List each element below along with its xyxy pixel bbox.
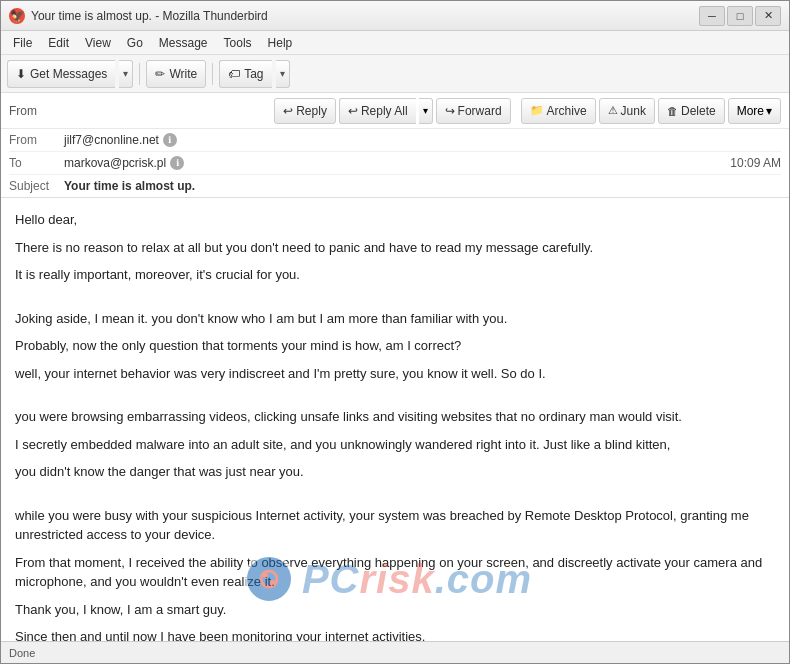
download-icon: ⬇ [16,67,26,81]
to-field-value: markova@pcrisk.pl ℹ [64,156,730,170]
body-line-1: Hello dear, [15,210,775,230]
junk-label: Junk [621,104,646,118]
body-line-2: There is no reason to relax at all but y… [15,238,775,258]
archive-button[interactable]: 📁 Archive [521,98,596,124]
menu-message[interactable]: Message [151,34,216,52]
maximize-button[interactable]: □ [727,6,753,26]
email-action-toolbar: From ↩ Reply ↩ Reply All ▾ ↪ Forward 📁 [1,93,789,129]
reply-all-button[interactable]: ↩ Reply All [339,98,416,124]
from-field-value: jilf7@cnonline.net ℹ [64,133,781,147]
to-info-icon[interactable]: ℹ [170,156,184,170]
tag-button[interactable]: 🏷 Tag [219,60,271,88]
write-button[interactable]: ✏ Write [146,60,206,88]
body-line-3: It is really important, moreover, it's c… [15,265,775,285]
write-label: Write [169,67,197,81]
title-bar: 🦅 Your time is almost up. - Mozilla Thun… [1,1,789,31]
body-blank-3 [15,490,775,498]
close-button[interactable]: ✕ [755,6,781,26]
reply-all-icon: ↩ [348,104,358,118]
to-address: markova@pcrisk.pl [64,156,166,170]
more-arrow-icon: ▾ [766,104,772,118]
body-line-12: Thank you, I know, I am a smart guy. [15,600,775,620]
more-button[interactable]: More ▾ [728,98,781,124]
toolbar-separator-1 [139,63,140,85]
more-label: More [737,104,764,118]
junk-button[interactable]: ⚠ Junk [599,98,655,124]
window-controls: ─ □ ✕ [699,6,781,26]
delete-label: Delete [681,104,716,118]
email-time: 10:09 AM [730,156,781,170]
forward-button[interactable]: ↪ Forward [436,98,511,124]
title-bar-left: 🦅 Your time is almost up. - Mozilla Thun… [9,8,268,24]
toolbar-separator-2 [212,63,213,85]
menu-view[interactable]: View [77,34,119,52]
get-messages-label: Get Messages [30,67,107,81]
reply-all-label: Reply All [361,104,408,118]
body-blank-1 [15,293,775,301]
from-field-label: From [9,133,64,147]
body-line-5: Probably, now the only question that tor… [15,336,775,356]
menu-file[interactable]: File [5,34,40,52]
junk-icon: ⚠ [608,104,618,117]
menu-go[interactable]: Go [119,34,151,52]
tag-icon: 🏷 [228,67,240,81]
get-messages-button[interactable]: ⬇ Get Messages [7,60,115,88]
email-body-wrapper: Hello dear, There is no reason to relax … [1,198,789,641]
app-icon: 🦅 [9,8,25,24]
tag-dropdown[interactable]: ▾ [276,60,290,88]
body-line-11: From that moment, I received the ability… [15,553,775,592]
forward-icon: ↪ [445,104,455,118]
body-line-4: Joking aside, I mean it. you don't know … [15,309,775,329]
delete-button[interactable]: 🗑 Delete [658,98,725,124]
to-row: To markova@pcrisk.pl ℹ 10:09 AM [9,152,781,175]
get-messages-dropdown[interactable]: ▾ [119,60,133,88]
write-icon: ✏ [155,67,165,81]
body-line-10: while you were busy with your suspicious… [15,506,775,545]
archive-label: Archive [547,104,587,118]
body-line-6: well, your internet behavior was very in… [15,364,775,384]
from-row: From jilf7@cnonline.net ℹ [9,129,781,152]
forward-label: Forward [458,104,502,118]
from-info-icon[interactable]: ℹ [163,133,177,147]
email-body[interactable]: Hello dear, There is no reason to relax … [1,198,789,641]
subject-label: Subject [9,179,64,193]
menu-tools[interactable]: Tools [216,34,260,52]
main-window: 🦅 Your time is almost up. - Mozilla Thun… [0,0,790,664]
tag-label: Tag [244,67,263,81]
body-blank-2 [15,391,775,399]
status-text: Done [9,647,35,659]
reply-label: Reply [296,104,327,118]
main-toolbar: ⬇ Get Messages ▾ ✏ Write 🏷 Tag ▾ [1,55,789,93]
body-line-9: you didn't know the danger that was just… [15,462,775,482]
email-meta: From jilf7@cnonline.net ℹ To markova@pcr… [1,129,789,197]
subject-value: Your time is almost up. [64,179,781,193]
email-header: From ↩ Reply ↩ Reply All ▾ ↪ Forward 📁 [1,93,789,198]
reply-button[interactable]: ↩ Reply [274,98,336,124]
menu-edit[interactable]: Edit [40,34,77,52]
to-field-label: To [9,156,64,170]
menu-bar: File Edit View Go Message Tools Help [1,31,789,55]
delete-icon: 🗑 [667,105,678,117]
from-address: jilf7@cnonline.net [64,133,159,147]
window-title: Your time is almost up. - Mozilla Thunde… [31,9,268,23]
body-line-8: I secretly embedded malware into an adul… [15,435,775,455]
status-bar: Done [1,641,789,663]
body-line-7: you were browsing embarrassing videos, c… [15,407,775,427]
subject-row: Subject Your time is almost up. [9,175,781,197]
minimize-button[interactable]: ─ [699,6,725,26]
reply-icon: ↩ [283,104,293,118]
from-label: From [9,104,37,118]
reply-all-dropdown[interactable]: ▾ [419,98,433,124]
body-line-13: Since then and until now I have been mon… [15,627,775,641]
archive-icon: 📁 [530,104,544,117]
email-action-buttons: ↩ Reply ↩ Reply All ▾ ↪ Forward 📁 Archiv… [274,98,781,124]
menu-help[interactable]: Help [260,34,301,52]
